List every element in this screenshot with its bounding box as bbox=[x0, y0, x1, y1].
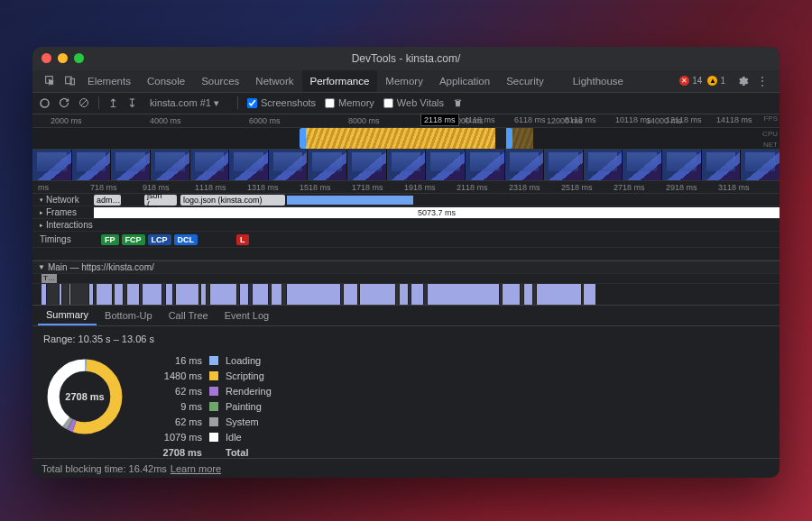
legend-row: 1079 msIdle bbox=[152, 432, 272, 443]
net-label: NET bbox=[763, 141, 778, 149]
tab-memory[interactable]: Memory bbox=[377, 70, 431, 93]
detail-tab-bottom-up[interactable]: Bottom-Up bbox=[97, 306, 161, 326]
reload-record-button[interactable] bbox=[59, 97, 69, 108]
panel-tabbar: ElementsConsoleSourcesNetworkPerformance… bbox=[32, 70, 780, 94]
settings-gear-icon[interactable] bbox=[733, 75, 752, 87]
legend-row: 1480 msScripting bbox=[152, 370, 272, 381]
devtools-window: DevTools - kinsta.com/ ElementsConsoleSo… bbox=[32, 47, 780, 478]
detail-ruler[interactable]: ms718 ms918 ms1118 ms1318 ms1518 ms1718 … bbox=[32, 181, 780, 194]
screenshot-thumb[interactable] bbox=[190, 150, 229, 180]
profile-selector[interactable]: kinsta.com #1 ▾ bbox=[146, 96, 228, 110]
error-count-badge[interactable]: ✕14 bbox=[679, 76, 702, 86]
tab-network[interactable]: Network bbox=[247, 70, 301, 93]
screenshot-thumb[interactable] bbox=[269, 150, 308, 180]
spacer bbox=[32, 248, 780, 260]
timing-badge-dcl[interactable]: DCL bbox=[174, 234, 198, 245]
save-profile-button[interactable]: ↧ bbox=[127, 96, 137, 110]
timing-badge-fp[interactable]: FP bbox=[101, 234, 119, 245]
screenshot-thumb[interactable] bbox=[702, 150, 741, 180]
network-chip[interactable]: logo.json (kinsta.com) bbox=[180, 195, 285, 206]
clear-button[interactable] bbox=[78, 97, 89, 108]
timing-badge-lcp[interactable]: LCP bbox=[148, 234, 171, 245]
tab-application[interactable]: Application bbox=[431, 70, 498, 93]
frames-track[interactable]: ▸Frames 5073.7 ms bbox=[32, 206, 780, 219]
legend-row: 9 msPainting bbox=[152, 401, 272, 412]
overview-handle-left[interactable] bbox=[300, 128, 306, 149]
screenshot-thumb[interactable] bbox=[584, 150, 623, 180]
screenshot-thumb[interactable] bbox=[72, 150, 111, 180]
learn-more-link[interactable]: Learn more bbox=[171, 463, 221, 474]
screenshot-thumb[interactable] bbox=[229, 150, 268, 180]
screenshot-thumb[interactable] bbox=[662, 150, 701, 180]
screenshot-filmstrip[interactable] bbox=[32, 150, 780, 181]
detail-tab-summary[interactable]: Summary bbox=[38, 306, 97, 326]
error-count: 14 bbox=[692, 76, 702, 86]
screenshot-thumb[interactable] bbox=[308, 150, 346, 180]
timings-track[interactable]: Timings FPFCPLCPDCLL bbox=[32, 232, 780, 248]
timing-badge-l[interactable]: L bbox=[236, 234, 249, 245]
warning-count: 1 bbox=[720, 76, 725, 86]
timing-badge-fcp[interactable]: FCP bbox=[122, 234, 145, 245]
legend-row: 16 msLoading bbox=[152, 355, 272, 366]
memory-checkbox[interactable]: Memory bbox=[325, 97, 374, 108]
main-track-header[interactable]: ▼Main — https://kinsta.com/ bbox=[32, 260, 780, 275]
tab-elements[interactable]: Elements bbox=[79, 70, 139, 93]
summary-legend: 16 msLoading1480 msScripting62 msRenderi… bbox=[152, 355, 272, 458]
gc-button[interactable] bbox=[453, 97, 463, 108]
overview-handle-right[interactable] bbox=[506, 128, 512, 149]
tab-lighthouse[interactable]: Lighthouse bbox=[565, 70, 632, 93]
fps-label: FPS bbox=[763, 114, 778, 123]
legend-row: 62 msSystem bbox=[152, 416, 272, 427]
detail-tab-call-tree[interactable]: Call Tree bbox=[161, 306, 217, 326]
screenshot-thumb[interactable] bbox=[741, 150, 780, 180]
window-title: DevTools - kinsta.com/ bbox=[32, 52, 780, 65]
status-footer: Total blocking time: 16.42ms Learn more bbox=[32, 458, 780, 478]
titlebar: DevTools - kinsta.com/ bbox=[32, 47, 780, 70]
legend-row: 62 msRendering bbox=[152, 386, 272, 397]
screenshot-thumb[interactable] bbox=[111, 150, 150, 180]
screenshots-checkbox[interactable]: Screenshots bbox=[247, 97, 316, 108]
screenshot-thumb[interactable] bbox=[347, 150, 386, 180]
tab-performance[interactable]: Performance bbox=[302, 70, 378, 93]
screenshot-thumb[interactable] bbox=[544, 150, 583, 180]
blocking-time-text: Total blocking time: 16.42ms bbox=[42, 463, 167, 474]
donut-center: 2708 ms bbox=[43, 355, 126, 438]
task-row[interactable]: T… bbox=[32, 274, 780, 284]
detail-tab-event-log[interactable]: Event Log bbox=[217, 306, 278, 326]
screenshot-thumb[interactable] bbox=[387, 150, 426, 180]
more-menu-icon[interactable]: ⋮ bbox=[752, 75, 772, 87]
screenshot-thumb[interactable] bbox=[151, 150, 189, 180]
summary-range: Range: 10.35 s – 13.06 s bbox=[43, 334, 769, 344]
overview-minimap[interactable]: FPS CPU NET bbox=[32, 128, 780, 150]
screenshot-thumb[interactable] bbox=[426, 150, 465, 180]
detail-tabs: SummaryBottom-UpCall TreeEvent Log bbox=[32, 306, 780, 327]
webvitals-checkbox[interactable]: Web Vitals bbox=[383, 97, 444, 108]
tab-console[interactable]: Console bbox=[139, 70, 193, 93]
tab-sources[interactable]: Sources bbox=[193, 70, 247, 93]
network-chip[interactable]: adm… bbox=[94, 195, 121, 206]
perf-toolbar: ↥ ↧ kinsta.com #1 ▾ Screenshots Memory W… bbox=[32, 93, 780, 114]
warning-count-badge[interactable]: ▲1 bbox=[707, 76, 725, 86]
svg-point-3 bbox=[41, 99, 49, 107]
load-profile-button[interactable]: ↥ bbox=[108, 96, 118, 110]
network-chip[interactable]: json (… bbox=[144, 195, 177, 206]
overview-ruler[interactable]: 2000 ms4000 ms6000 ms8000 ms10000 ms1200… bbox=[32, 114, 780, 129]
screenshot-thumb[interactable] bbox=[623, 150, 661, 180]
network-track[interactable]: ▾Network adm… json (… logo.json (kinsta.… bbox=[32, 194, 780, 206]
interactions-track[interactable]: ▸Interactions bbox=[32, 219, 780, 232]
legend-row: 2708 msTotal bbox=[152, 447, 272, 458]
tab-security[interactable]: Security bbox=[498, 70, 552, 93]
summary-pane: Range: 10.35 s – 13.06 s 2708 ms 16 msLo… bbox=[32, 326, 780, 458]
flame-chart[interactable] bbox=[32, 284, 780, 306]
summary-donut: 2708 ms bbox=[43, 355, 126, 438]
device-toggle-icon[interactable] bbox=[60, 75, 79, 87]
screenshot-thumb[interactable] bbox=[505, 150, 544, 180]
record-button[interactable] bbox=[40, 98, 50, 108]
inspect-icon[interactable] bbox=[40, 75, 60, 87]
screenshot-thumb[interactable] bbox=[466, 150, 504, 180]
cpu-label: CPU bbox=[762, 130, 778, 138]
screenshot-thumb[interactable] bbox=[32, 150, 71, 180]
